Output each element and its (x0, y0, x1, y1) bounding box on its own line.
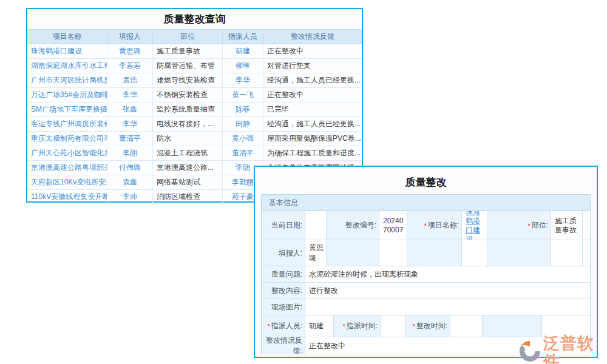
content-label: 整改内容: (262, 283, 305, 298)
table-row: 广州天心苑小区智能化系统 李朗 混凝土工程浇筑 董清平 为确保工程施工质量和进度… (27, 146, 362, 160)
reporter-link[interactable]: 李若若 (107, 59, 153, 73)
filler-cell (542, 315, 590, 337)
column-header-assignee: 指派人员 (223, 30, 263, 43)
reporter-link[interactable]: 黄思璐 (107, 44, 153, 58)
required-asterisk: * (424, 222, 426, 229)
project-link[interactable]: 天府新区10Kv变电所安装工 (27, 175, 107, 189)
part-cell: 电线没有接好，... (153, 117, 223, 131)
part-cell: 京港澳高速公路... (153, 161, 223, 175)
basic-info-panel: 基本信息 当前日期: 整改编号: 2024070007 * 项目名称: 珠海鹤港… (261, 194, 591, 354)
project-name-label: * 项目名称: (407, 211, 462, 240)
assignee-field[interactable]: 胡建 (305, 315, 334, 337)
empty-value-cell (462, 240, 488, 266)
reporter-link[interactable]: 孟浩 (107, 73, 153, 87)
part-cell: 消防区域检查 (153, 190, 223, 204)
project-link[interactable]: SM广场地下车库更换摄像 (27, 103, 107, 116)
number-label: 整改编号: (327, 211, 379, 240)
empty-value-cell (551, 240, 583, 266)
section-title-basic-info: 基本信息 (262, 195, 590, 211)
assign-time-field[interactable] (381, 315, 405, 337)
project-link[interactable]: 京港澳高速公路粤境韶关至 (27, 161, 107, 175)
number-field[interactable]: 2024070007 (379, 211, 407, 240)
project-name-link[interactable]: 珠海鹤港口建设 (466, 211, 485, 240)
reporter-link[interactable]: 李华 (107, 88, 153, 102)
form-row-problem: 质量问题: 水泥砼灌注的时候，出现离析现象 (262, 266, 590, 283)
content-field[interactable]: 进行整改 (305, 283, 590, 298)
current-date-field[interactable] (305, 211, 327, 240)
reporter-link[interactable]: 董清平 (107, 132, 153, 146)
assignee-link[interactable]: 黄一飞 (223, 88, 263, 102)
project-name-field[interactable]: 珠海鹤港口建设 (462, 211, 488, 240)
project-link[interactable]: 万达广场35#会所及咖啡厅 (27, 88, 107, 102)
reporter-link[interactable]: 袁鑫 (107, 175, 153, 189)
required-asterisk: * (267, 323, 270, 330)
table-row: SM广场地下车库更换摄像 张鑫 监控系统质量抽查 陈菲 已完毕 (27, 102, 362, 116)
feedback-cell: 正在整改中 (263, 88, 362, 102)
assignee-link[interactable]: 董清平 (223, 146, 263, 160)
project-link[interactable]: 湖南洞庭湖水库引水工程施工 (27, 59, 107, 73)
feedback-cell: 对管进行垫支 (263, 59, 362, 73)
assignee-link[interactable]: 胡建 (223, 44, 263, 58)
photo-label: 现场图片: (262, 299, 305, 315)
assignee-link[interactable]: 黄小强 (223, 132, 263, 146)
part-cell: 防腐管运输、布管 (153, 59, 223, 73)
feedback-cell: 为确保工程施工质量和进度... (263, 146, 362, 160)
table-row: 广州市天河区统计局机房改造 孟浩 难燃导线安装检查 李华 经沟通，施工人员已经更… (27, 73, 362, 87)
fanpu-logo-icon (518, 340, 541, 364)
column-header-reporter: 填报人 (107, 30, 153, 43)
feedback-cell: 已完毕 (263, 103, 362, 116)
filler-cell (583, 211, 590, 240)
reporter-link[interactable]: 付伟璐 (107, 161, 153, 175)
reporter-label: 填报人: (262, 240, 305, 266)
project-link[interactable]: 重庆太极制药有限公司亳州 (27, 132, 107, 146)
assignee-label: * 指派人员: (262, 315, 305, 337)
part-cell: 混凝土工程浇筑 (153, 146, 223, 160)
empty-label-cell (327, 240, 379, 266)
query-table-header: 项目名称 填报人 部位 指派人员 整改情况反馈 (27, 29, 362, 44)
problem-label: 质量问题: (262, 266, 305, 282)
reporter-link[interactable]: 李朗 (107, 146, 153, 160)
reporter-link[interactable]: 李帅 (107, 190, 153, 204)
reporter-link[interactable]: 李华 (107, 117, 153, 131)
feedback-cell: 经沟通，施工人员已经更换... (263, 73, 362, 87)
table-row: 客运专线广州调度所装修项 李华 电线没有接好，... 田静 经沟通，施工人员已经… (27, 116, 362, 131)
form-window-title: 质量整改 (255, 167, 597, 194)
form-row-reporter: 填报人: 黄思璐 (262, 240, 590, 266)
rectify-time-field[interactable] (450, 315, 483, 337)
feedback-cell: 经沟通，施工人员已经更换... (263, 117, 362, 131)
required-asterisk: * (412, 323, 415, 330)
quality-rectification-form-window: 质量整改 基本信息 当前日期: 整改编号: 2024070007 * 项目名称:… (254, 166, 598, 358)
problem-field[interactable]: 水泥砼灌注的时候，出现离析现象 (305, 266, 590, 282)
project-link[interactable]: 客运专线广州调度所装修项 (27, 117, 107, 131)
fanpu-logo: 泛普软件 www.fanpusoft.com (518, 334, 605, 364)
part-cell: 施工质量事故 (153, 44, 223, 58)
part-cell: 监控系统质量抽查 (153, 103, 223, 116)
project-link[interactable]: 广州天心苑小区智能化系统 (27, 146, 107, 160)
photo-field[interactable] (305, 299, 590, 315)
reporter-field[interactable]: 黄思璐 (305, 240, 327, 266)
feedback-cell: 屋面采用聚氨酯保温PVC卷... (263, 132, 362, 146)
rectify-time-label: * 整改时间: (405, 315, 450, 337)
table-row: 重庆太极制药有限公司亳州 董清平 防水 黄小强 屋面采用聚氨酯保温PVC卷... (27, 131, 362, 146)
part-label: * 部位: (488, 211, 551, 240)
reporter-link[interactable]: 张鑫 (107, 103, 153, 116)
current-date-label: 当前日期: (262, 211, 305, 240)
assignee-link[interactable]: 陈菲 (223, 103, 263, 116)
project-link[interactable]: 110kV安徽线程集变开断线 (27, 190, 107, 204)
filler-cell (583, 240, 590, 266)
part-field[interactable]: 施工质量事故 (551, 211, 583, 240)
column-header-part: 部位 (153, 30, 223, 43)
part-cell: 难燃导线安装检查 (153, 73, 223, 87)
assignee-link[interactable]: 柳琳 (223, 59, 263, 73)
project-link[interactable]: 珠海鹤港口建设 (27, 44, 107, 58)
feedback-cell: 正在整改中 (263, 44, 362, 58)
logo-company-name: 泛普软件 (543, 334, 605, 364)
assign-time-label: * 指派时间: (334, 315, 381, 337)
project-link[interactable]: 广州市天河区统计局机房改造 (27, 73, 107, 87)
assignee-link[interactable]: 李华 (223, 73, 263, 87)
assignee-link[interactable]: 田静 (223, 117, 263, 131)
column-header-project: 项目名称 (27, 30, 107, 43)
part-cell: 网络基站测试 (153, 175, 223, 189)
part-cell: 不锈钢安装检查 (153, 88, 223, 102)
feedback-label: 整改情况反馈: (262, 337, 305, 354)
